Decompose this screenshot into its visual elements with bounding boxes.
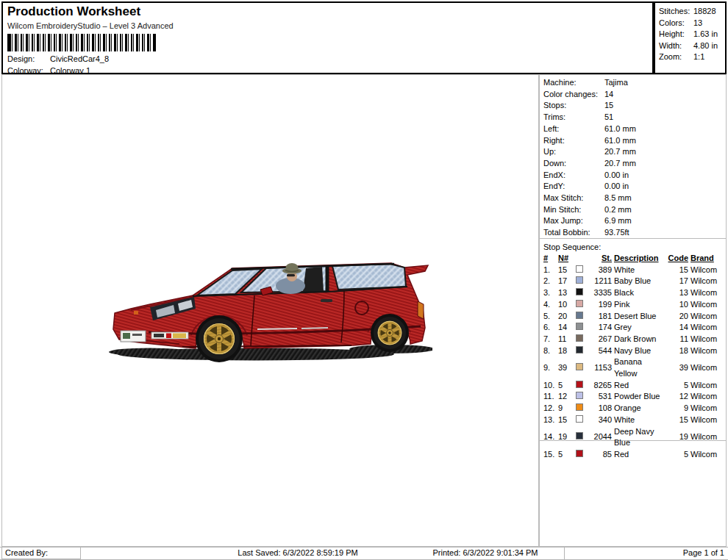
machine-row-label: Right: bbox=[543, 135, 604, 147]
stop-cell: 5 bbox=[667, 380, 690, 392]
color-swatch bbox=[576, 450, 583, 457]
stop-cell bbox=[576, 380, 588, 392]
color-swatch bbox=[576, 265, 583, 273]
color-swatch bbox=[576, 300, 583, 307]
stop-cell: 19 bbox=[558, 431, 576, 443]
stop-sequence-title: Stop Sequence: bbox=[543, 241, 723, 253]
stop-cell: 19 bbox=[667, 431, 690, 443]
stop-cell: 2044 bbox=[588, 431, 614, 443]
design-label: Design: bbox=[7, 54, 50, 63]
last-saved-text: Last Saved: 6/3/2022 8:59:19 PM bbox=[176, 548, 419, 557]
stop-cell bbox=[576, 362, 588, 374]
stop-cell: Banana Yellow bbox=[614, 356, 667, 379]
machine-row-label: Color changes: bbox=[543, 89, 604, 101]
machine-row: Max Stitch:8.5 mm bbox=[543, 193, 723, 204]
machine-row-label: Total Bobbin: bbox=[543, 227, 604, 239]
machine-row-value: 61.0 mm bbox=[604, 123, 723, 135]
stop-cell: 5 bbox=[558, 380, 576, 392]
stop-row: 14.192044Deep Navy Blue19Wilcom bbox=[543, 426, 723, 449]
stop-cell: 1. bbox=[543, 265, 558, 276]
stop-cell: 11 bbox=[667, 334, 690, 345]
machine-row-value: 61.0 mm bbox=[604, 135, 723, 147]
car-embroidery-image bbox=[109, 259, 432, 369]
machine-row: Trims:51 bbox=[543, 112, 723, 123]
stop-cell: 267 bbox=[588, 334, 614, 345]
stop-cell bbox=[576, 345, 588, 357]
stop-cell: Black bbox=[614, 287, 667, 299]
stop-cell: Wilcom bbox=[690, 431, 723, 443]
stop-cell: 1153 bbox=[588, 362, 614, 374]
stop-cell: 20 bbox=[667, 311, 690, 323]
machine-row-value: 8.5 mm bbox=[604, 193, 723, 204]
stop-cell: 3. bbox=[543, 287, 558, 299]
machine-row: Left:61.0 mm bbox=[543, 123, 723, 135]
stop-sequence-table: #N#St.DescriptionCodeBrand1.15389White15… bbox=[543, 253, 723, 461]
machine-row-label: Left: bbox=[543, 123, 604, 135]
stop-cell: 12 bbox=[558, 391, 576, 403]
machine-row-label: Max Jump: bbox=[543, 215, 604, 227]
production-worksheet-page: Production Worksheet Wilcom EmbroiderySt… bbox=[0, 0, 728, 560]
column-header: # bbox=[543, 253, 558, 265]
stat-row: Colors:13 bbox=[659, 18, 725, 29]
stop-cell bbox=[576, 265, 588, 276]
stop-sequence-section: Stop Sequence: #N#St.DescriptionCodeBran… bbox=[540, 239, 726, 441]
stop-row: 7.11267Dark Brown11Wilcom bbox=[543, 334, 723, 345]
stop-cell: 39 bbox=[667, 362, 690, 374]
column-header: Code bbox=[667, 253, 690, 265]
column-header: Description bbox=[614, 253, 667, 265]
stop-cell: 1211 bbox=[588, 276, 614, 287]
stop-cell: Wilcom bbox=[690, 265, 723, 276]
machine-row-label: Stops: bbox=[543, 100, 604, 112]
stop-row: 5.20181Desert Blue20Wilcom bbox=[543, 311, 723, 323]
stop-cell: 340 bbox=[588, 414, 614, 426]
stop-cell: 9 bbox=[558, 403, 576, 414]
stat-row: Width:4.80 in bbox=[659, 40, 725, 52]
machine-row-value: Tajima bbox=[604, 77, 723, 89]
stop-cell: 10. bbox=[543, 380, 558, 392]
stop-cell: 174 bbox=[588, 322, 614, 334]
color-swatch bbox=[576, 334, 583, 342]
stop-cell: 11. bbox=[543, 391, 558, 403]
stop-cell: Grey bbox=[614, 322, 667, 334]
stop-cell: 13 bbox=[667, 287, 690, 299]
app-subtitle: Wilcom EmbroideryStudio – Level 3 Advanc… bbox=[7, 21, 174, 30]
stop-row: 12.9108Orange9Wilcom bbox=[543, 403, 723, 414]
stop-cell: 12. bbox=[543, 403, 558, 414]
stop-cell: 13. bbox=[543, 414, 558, 426]
stop-row: 9.391153Banana Yellow39Wilcom bbox=[543, 356, 723, 379]
printed-text: Printed: 6/3/2022 9:01:34 PM bbox=[412, 548, 559, 557]
stats-list: Stitches:18828Colors:13Height:1.63 inWid… bbox=[659, 6, 725, 63]
machine-row-value: 14 bbox=[604, 89, 723, 101]
stop-cell bbox=[576, 311, 588, 323]
stop-cell: 2. bbox=[543, 276, 558, 287]
stop-cell: 13 bbox=[558, 287, 576, 299]
color-swatch bbox=[576, 392, 583, 399]
stat-row-label: Stitches: bbox=[659, 6, 693, 18]
design-value: CivicRedCar4_8 bbox=[50, 54, 109, 63]
machine-row-label: Max Stitch: bbox=[543, 193, 604, 204]
stop-cell bbox=[576, 334, 588, 345]
stop-row: 4.10199Pink10Wilcom bbox=[543, 299, 723, 311]
stop-cell bbox=[576, 287, 588, 299]
color-swatch bbox=[576, 432, 583, 439]
taillight bbox=[418, 301, 424, 319]
machine-row-value: 0.00 in bbox=[604, 170, 723, 182]
column-header: Brand bbox=[690, 253, 723, 265]
header-box: Production Worksheet Wilcom EmbroiderySt… bbox=[1, 1, 654, 74]
stop-cell: 17 bbox=[667, 276, 690, 287]
stop-cell: 14 bbox=[667, 322, 690, 334]
machine-row-label: Up: bbox=[543, 146, 604, 158]
stop-cell: 8265 bbox=[588, 380, 614, 392]
stop-cell: 8. bbox=[543, 345, 558, 357]
stop-table-header: #N#St.DescriptionCodeBrand bbox=[543, 253, 723, 265]
machine-row-value: 51 bbox=[604, 112, 723, 123]
stat-row-label: Colors: bbox=[659, 18, 693, 29]
stop-cell: 199 bbox=[588, 299, 614, 311]
stop-cell: 7. bbox=[543, 334, 558, 345]
stop-cell: Red bbox=[614, 449, 667, 461]
stop-cell: Wilcom bbox=[690, 299, 723, 311]
stop-row: 11.12531Powder Blue12Wilcom bbox=[543, 391, 723, 403]
stat-row-value: 13 bbox=[693, 18, 725, 29]
machine-row: Down:20.7 mm bbox=[543, 158, 723, 170]
stop-row: 6.14174Grey14Wilcom bbox=[543, 322, 723, 334]
